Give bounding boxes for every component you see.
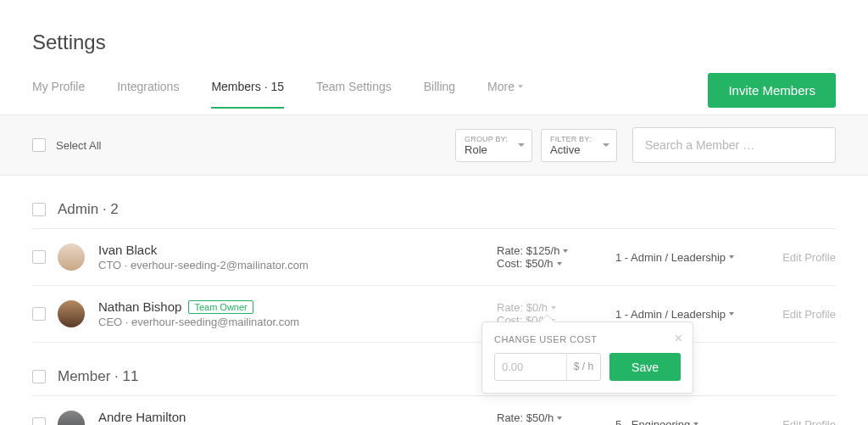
group-title: Member · 11 xyxy=(58,368,138,385)
chevron-down-icon xyxy=(729,312,734,316)
avatar xyxy=(58,300,85,327)
team-value: 1 - Admin / Leadership xyxy=(615,251,726,264)
cost-value[interactable]: Cost: $50/h xyxy=(497,257,615,270)
member-info: Nathan BishopTeam OwnerCEO · everhour-se… xyxy=(98,299,497,328)
filter-by-label: FILTER BY: xyxy=(550,135,593,143)
chevron-down-icon xyxy=(551,306,556,310)
cost-unit: $ / h xyxy=(566,354,600,380)
group-header: Admin · 2 xyxy=(32,176,836,229)
tab-row: My ProfileIntegrationsMembers · 15Team S… xyxy=(32,73,836,115)
rate-cost: Rate: $50/hCost: $25/h xyxy=(497,411,615,425)
member-checkbox[interactable] xyxy=(32,307,46,321)
rate-value[interactable]: Rate: $0/h xyxy=(497,301,615,314)
toolbar: Select All GROUP BY: Role FILTER BY: Act… xyxy=(0,115,868,176)
group-checkbox[interactable] xyxy=(32,370,46,383)
chevron-down-icon xyxy=(563,249,568,253)
rate-value[interactable]: Rate: $125/h xyxy=(497,244,615,257)
avatar xyxy=(58,243,85,271)
rate-cost: Rate: $125/hCost: $50/h xyxy=(497,244,615,270)
filter-by-value: Active xyxy=(550,143,593,156)
popover-title: CHANGE USER COST xyxy=(494,334,681,344)
member-row: Andre HamiltonLead Engineer · everhour-s… xyxy=(32,396,836,425)
tab-more[interactable]: More xyxy=(487,80,523,109)
select-all-label: Select All xyxy=(56,139,447,152)
member-info: Andre HamiltonLead Engineer · everhour-s… xyxy=(98,410,497,425)
change-cost-popover: CHANGE USER COST×$ / hSave xyxy=(481,322,693,394)
member-name: Nathan Bishop xyxy=(98,299,181,314)
member-checkbox[interactable] xyxy=(32,250,46,264)
tab-label: More xyxy=(487,80,515,93)
chevron-down-icon xyxy=(729,255,734,259)
member-name: Ivan Black xyxy=(98,243,157,257)
member-subtitle: CEO · everhour-seeding@mailinator.com xyxy=(98,316,497,328)
invite-members-button[interactable]: Invite Members xyxy=(708,73,836,108)
tab-label: Integrations xyxy=(117,80,179,93)
chevron-down-icon xyxy=(557,262,562,266)
avatar xyxy=(58,411,85,425)
member-row: Nathan BishopTeam OwnerCEO · everhour-se… xyxy=(32,286,836,343)
select-all-checkbox[interactable] xyxy=(32,138,46,152)
member-subtitle: CTO · everhour-seeding-2@mailinator.com xyxy=(98,259,497,271)
tab-my-profile[interactable]: My Profile xyxy=(32,80,85,109)
filter-by-dropdown[interactable]: FILTER BY: Active xyxy=(541,129,617,162)
group-title: Admin · 2 xyxy=(58,201,119,218)
chevron-down-icon xyxy=(603,143,609,147)
edit-profile-link[interactable]: Edit Profile xyxy=(768,418,836,426)
edit-profile-link[interactable]: Edit Profile xyxy=(768,308,836,321)
member-checkbox[interactable] xyxy=(32,417,46,425)
member-name: Andre Hamilton xyxy=(98,410,186,424)
tab-members-15[interactable]: Members · 15 xyxy=(211,80,284,109)
chevron-down-icon xyxy=(518,85,523,88)
cost-input[interactable] xyxy=(495,354,566,380)
tab-integrations[interactable]: Integrations xyxy=(117,80,179,109)
tab-label: Members · 15 xyxy=(211,80,284,93)
page-title: Settings xyxy=(32,31,836,54)
group-by-value: Role xyxy=(465,143,508,156)
rate-value[interactable]: Rate: $50/h xyxy=(497,411,615,424)
group-header: Member · 11 xyxy=(32,343,836,396)
tab-label: My Profile xyxy=(32,80,85,93)
team-value: 5 - Engineering xyxy=(615,418,690,426)
tab-team-settings[interactable]: Team Settings xyxy=(316,80,392,109)
team-dropdown[interactable]: 5 - Engineering xyxy=(615,418,768,426)
chevron-down-icon xyxy=(557,417,562,420)
team-value: 1 - Admin / Leadership xyxy=(615,308,726,321)
group-checkbox[interactable] xyxy=(32,203,46,216)
member-info: Ivan BlackCTO · everhour-seeding-2@maili… xyxy=(98,243,497,271)
member-row: Ivan BlackCTO · everhour-seeding-2@maili… xyxy=(32,229,836,286)
group-by-dropdown[interactable]: GROUP BY: Role xyxy=(455,129,532,162)
close-icon[interactable]: × xyxy=(675,331,682,346)
search-input[interactable] xyxy=(632,127,836,163)
tab-label: Billing xyxy=(424,80,455,93)
edit-profile-link[interactable]: Edit Profile xyxy=(768,251,836,264)
owner-badge: Team Owner xyxy=(188,300,253,314)
cost-input-wrap: $ / h xyxy=(494,353,601,381)
group-by-label: GROUP BY: xyxy=(465,135,508,143)
team-dropdown[interactable]: 1 - Admin / Leadership xyxy=(615,251,768,264)
chevron-down-icon xyxy=(518,143,525,147)
tab-label: Team Settings xyxy=(316,80,392,93)
team-dropdown[interactable]: 1 - Admin / Leadership xyxy=(615,308,768,321)
save-button[interactable]: Save xyxy=(609,353,681,381)
tab-billing[interactable]: Billing xyxy=(424,80,455,109)
